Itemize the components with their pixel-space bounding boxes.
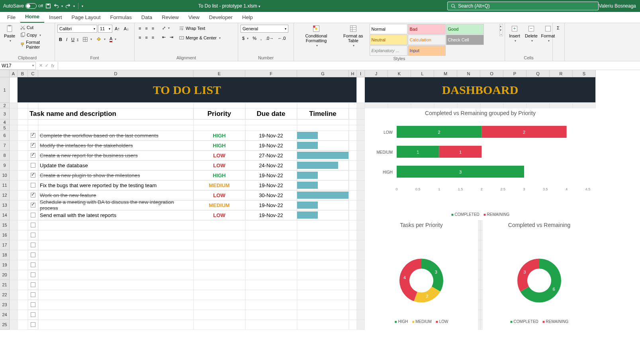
row-header-5[interactable]: 5 [0, 125, 10, 131]
row-header-8[interactable]: 8 [0, 151, 10, 160]
checkbox[interactable] [31, 143, 35, 148]
col-header-K[interactable]: K [388, 70, 411, 77]
cell[interactable] [28, 190, 38, 200]
font-size-select[interactable]: 11▾ [98, 25, 112, 33]
merge-center-button[interactable]: Merge & Center [177, 34, 222, 41]
row-header-11[interactable]: 11 [0, 180, 10, 190]
col-header-B[interactable]: B [18, 70, 28, 77]
search-box[interactable] [447, 2, 599, 10]
style-check-cell[interactable]: Check Cell [446, 35, 484, 45]
cell[interactable] [28, 240, 38, 250]
copy-button[interactable]: Copy [18, 31, 53, 39]
cell[interactable]: 19-Nov-22 [245, 210, 297, 220]
decrease-font-button[interactable]: A↓ [122, 25, 131, 32]
cell[interactable] [28, 170, 38, 180]
cell[interactable]: 24-Nov-22 [245, 160, 297, 170]
row-header-25[interactable]: 25 [0, 320, 10, 330]
row-header-1[interactable]: 1 [0, 77, 10, 103]
row-header-17[interactable]: 17 [0, 240, 10, 250]
bar-chart[interactable]: Completed vs Remaining grouped by Priori… [365, 108, 596, 220]
cell[interactable]: 19-Nov-22 [245, 141, 297, 151]
row-header-18[interactable]: 18 [0, 250, 10, 260]
cell[interactable]: Create a new report for the business use… [38, 151, 194, 160]
cell[interactable] [297, 210, 349, 220]
col-header-Q[interactable]: Q [526, 70, 550, 77]
cell[interactable] [28, 300, 38, 310]
style-explanatory[interactable]: Explanatory ... [370, 45, 407, 56]
tab-formulas[interactable]: Formulas [106, 12, 137, 23]
checkbox[interactable] [31, 262, 35, 267]
cell[interactable] [28, 220, 38, 230]
cell[interactable]: 30-Nov-22 [245, 190, 297, 200]
increase-decimal-button[interactable]: .0→ [264, 35, 275, 41]
cell[interactable]: LOW [194, 151, 245, 160]
cell[interactable]: Due date [245, 108, 297, 119]
checkbox[interactable] [31, 322, 35, 327]
col-header-I[interactable]: I [357, 70, 365, 77]
row-header-12[interactable]: 12 [0, 190, 10, 200]
increase-indent-button[interactable]: ⇥ [168, 34, 175, 41]
accounting-format-button[interactable]: $ [241, 35, 250, 41]
cell[interactable]: DASHBOARD [365, 77, 596, 103]
font-color-button[interactable]: A [108, 35, 118, 43]
checkbox[interactable] [31, 213, 35, 217]
cell[interactable] [28, 310, 38, 320]
cell[interactable]: 19-Nov-22 [245, 131, 297, 141]
cell[interactable] [28, 230, 38, 240]
cell[interactable]: Schedule a meeting with BA to discuss th… [38, 200, 194, 210]
bold-button[interactable]: B [57, 36, 64, 43]
cell[interactable]: LOW [194, 160, 245, 170]
cell[interactable]: Complete the workflow based on the last … [38, 131, 194, 141]
align-top-button[interactable]: ≡ [137, 25, 143, 31]
cell[interactable]: 19-Nov-22 [245, 170, 297, 180]
cell[interactable] [297, 180, 349, 190]
row-header-3[interactable]: 3 [0, 108, 10, 119]
style-neutral[interactable]: Neutral [370, 35, 407, 45]
checkbox[interactable] [31, 243, 35, 247]
col-header-R[interactable]: R [550, 70, 573, 77]
fx-button[interactable]: fx [51, 63, 55, 68]
row-header-9[interactable]: 9 [0, 160, 10, 170]
checkbox[interactable] [31, 153, 35, 158]
cell[interactable] [297, 190, 349, 200]
align-center-button[interactable]: ≡ [143, 34, 149, 41]
number-format-select[interactable]: General▾ [241, 25, 288, 33]
cell[interactable] [297, 160, 349, 170]
worksheet-grid[interactable]: ABCDEFGHIJKLMNOPQRS123456789101112131415… [0, 70, 640, 360]
col-header-L[interactable]: L [411, 70, 434, 77]
style-calculation[interactable]: Calculation [408, 35, 446, 45]
checkbox[interactable] [31, 252, 35, 257]
toggle-off-icon[interactable] [25, 3, 37, 9]
tab-review[interactable]: Review [157, 12, 184, 23]
borders-button[interactable] [81, 36, 94, 43]
conditional-formatting-button[interactable]: Conditional Formatting [296, 24, 337, 48]
col-header-N[interactable]: N [457, 70, 480, 77]
cell[interactable]: 19-Nov-22 [245, 200, 297, 210]
search-input[interactable] [458, 3, 595, 9]
cell[interactable] [28, 280, 38, 290]
cell[interactable] [297, 170, 349, 180]
save-icon[interactable] [45, 3, 51, 9]
cell[interactable] [297, 200, 349, 210]
row-header-4[interactable]: 4 [0, 119, 10, 125]
redo-dropdown[interactable]: ▾ [73, 4, 75, 8]
row-header-7[interactable]: 7 [0, 141, 10, 151]
cell[interactable] [28, 141, 38, 151]
style-bad[interactable]: Bad [408, 24, 446, 34]
tab-page-layout[interactable]: Page Layout [67, 12, 106, 23]
insert-cells-button[interactable]: +Insert [507, 24, 523, 43]
cell[interactable]: Priority [194, 108, 245, 119]
cell[interactable]: 19-Nov-22 [245, 180, 297, 190]
checkbox[interactable] [31, 133, 35, 138]
col-header-M[interactable]: M [434, 70, 457, 77]
cell[interactable] [28, 210, 38, 220]
cell[interactable]: Send email with the latest reports [38, 210, 194, 220]
row-header-20[interactable]: 20 [0, 270, 10, 280]
col-header-S[interactable]: S [573, 70, 596, 77]
cell[interactable]: Timeline [297, 108, 349, 119]
cell[interactable]: Create a new plugin to show the mileston… [38, 170, 194, 180]
cell[interactable] [297, 151, 349, 160]
cell[interactable] [28, 320, 38, 330]
select-all-cell[interactable] [0, 70, 10, 77]
cell[interactable] [28, 160, 38, 170]
